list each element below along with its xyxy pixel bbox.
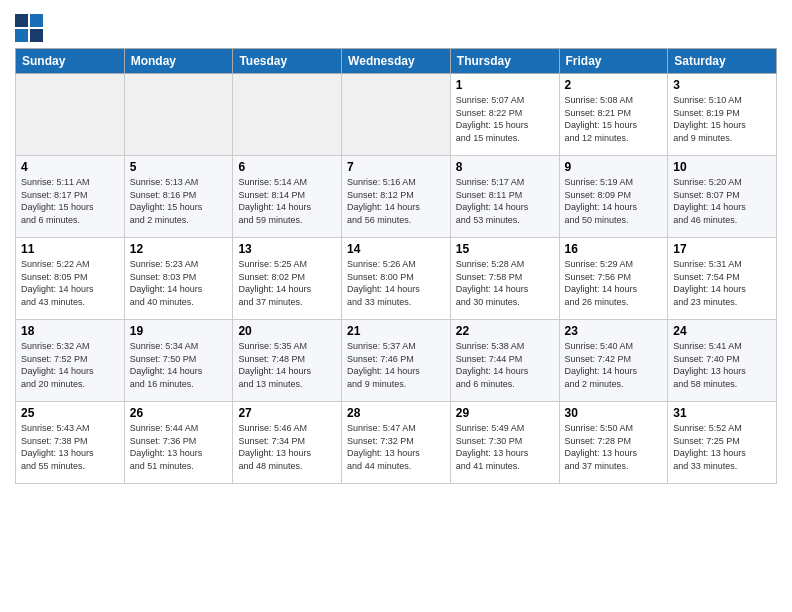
week-row-3: 11Sunrise: 5:22 AM Sunset: 8:05 PM Dayli… — [16, 238, 777, 320]
day-number: 19 — [130, 324, 228, 338]
weekday-header-friday: Friday — [559, 49, 668, 74]
day-cell: 11Sunrise: 5:22 AM Sunset: 8:05 PM Dayli… — [16, 238, 125, 320]
week-row-4: 18Sunrise: 5:32 AM Sunset: 7:52 PM Dayli… — [16, 320, 777, 402]
day-cell: 1Sunrise: 5:07 AM Sunset: 8:22 PM Daylig… — [450, 74, 559, 156]
logo — [15, 14, 46, 42]
day-cell: 16Sunrise: 5:29 AM Sunset: 7:56 PM Dayli… — [559, 238, 668, 320]
day-info: Sunrise: 5:20 AM Sunset: 8:07 PM Dayligh… — [673, 176, 771, 226]
weekday-header-sunday: Sunday — [16, 49, 125, 74]
day-number: 9 — [565, 160, 663, 174]
day-cell: 18Sunrise: 5:32 AM Sunset: 7:52 PM Dayli… — [16, 320, 125, 402]
day-info: Sunrise: 5:25 AM Sunset: 8:02 PM Dayligh… — [238, 258, 336, 308]
day-number: 2 — [565, 78, 663, 92]
week-row-1: 1Sunrise: 5:07 AM Sunset: 8:22 PM Daylig… — [16, 74, 777, 156]
day-info: Sunrise: 5:41 AM Sunset: 7:40 PM Dayligh… — [673, 340, 771, 390]
day-info: Sunrise: 5:17 AM Sunset: 8:11 PM Dayligh… — [456, 176, 554, 226]
svg-rect-2 — [15, 29, 28, 42]
day-info: Sunrise: 5:47 AM Sunset: 7:32 PM Dayligh… — [347, 422, 445, 472]
day-number: 3 — [673, 78, 771, 92]
day-number: 8 — [456, 160, 554, 174]
week-row-2: 4Sunrise: 5:11 AM Sunset: 8:17 PM Daylig… — [16, 156, 777, 238]
day-cell: 25Sunrise: 5:43 AM Sunset: 7:38 PM Dayli… — [16, 402, 125, 484]
day-number: 23 — [565, 324, 663, 338]
week-row-5: 25Sunrise: 5:43 AM Sunset: 7:38 PM Dayli… — [16, 402, 777, 484]
day-cell: 20Sunrise: 5:35 AM Sunset: 7:48 PM Dayli… — [233, 320, 342, 402]
svg-rect-1 — [30, 14, 43, 27]
day-info: Sunrise: 5:11 AM Sunset: 8:17 PM Dayligh… — [21, 176, 119, 226]
day-info: Sunrise: 5:43 AM Sunset: 7:38 PM Dayligh… — [21, 422, 119, 472]
day-cell: 12Sunrise: 5:23 AM Sunset: 8:03 PM Dayli… — [124, 238, 233, 320]
day-number: 11 — [21, 242, 119, 256]
day-number: 15 — [456, 242, 554, 256]
weekday-header-row: SundayMondayTuesdayWednesdayThursdayFrid… — [16, 49, 777, 74]
day-number: 14 — [347, 242, 445, 256]
day-cell — [16, 74, 125, 156]
day-info: Sunrise: 5:50 AM Sunset: 7:28 PM Dayligh… — [565, 422, 663, 472]
day-cell: 9Sunrise: 5:19 AM Sunset: 8:09 PM Daylig… — [559, 156, 668, 238]
day-info: Sunrise: 5:28 AM Sunset: 7:58 PM Dayligh… — [456, 258, 554, 308]
day-info: Sunrise: 5:44 AM Sunset: 7:36 PM Dayligh… — [130, 422, 228, 472]
day-info: Sunrise: 5:29 AM Sunset: 7:56 PM Dayligh… — [565, 258, 663, 308]
page: SundayMondayTuesdayWednesdayThursdayFrid… — [0, 0, 792, 494]
day-number: 16 — [565, 242, 663, 256]
weekday-header-thursday: Thursday — [450, 49, 559, 74]
weekday-header-wednesday: Wednesday — [342, 49, 451, 74]
day-number: 24 — [673, 324, 771, 338]
svg-rect-3 — [30, 29, 43, 42]
day-cell: 27Sunrise: 5:46 AM Sunset: 7:34 PM Dayli… — [233, 402, 342, 484]
day-number: 12 — [130, 242, 228, 256]
day-info: Sunrise: 5:16 AM Sunset: 8:12 PM Dayligh… — [347, 176, 445, 226]
day-info: Sunrise: 5:52 AM Sunset: 7:25 PM Dayligh… — [673, 422, 771, 472]
day-cell: 4Sunrise: 5:11 AM Sunset: 8:17 PM Daylig… — [16, 156, 125, 238]
day-cell — [342, 74, 451, 156]
day-number: 28 — [347, 406, 445, 420]
day-info: Sunrise: 5:31 AM Sunset: 7:54 PM Dayligh… — [673, 258, 771, 308]
day-cell: 15Sunrise: 5:28 AM Sunset: 7:58 PM Dayli… — [450, 238, 559, 320]
day-number: 10 — [673, 160, 771, 174]
weekday-header-monday: Monday — [124, 49, 233, 74]
day-info: Sunrise: 5:14 AM Sunset: 8:14 PM Dayligh… — [238, 176, 336, 226]
day-number: 31 — [673, 406, 771, 420]
day-cell — [124, 74, 233, 156]
day-info: Sunrise: 5:19 AM Sunset: 8:09 PM Dayligh… — [565, 176, 663, 226]
day-number: 1 — [456, 78, 554, 92]
day-info: Sunrise: 5:49 AM Sunset: 7:30 PM Dayligh… — [456, 422, 554, 472]
day-cell: 21Sunrise: 5:37 AM Sunset: 7:46 PM Dayli… — [342, 320, 451, 402]
day-cell: 26Sunrise: 5:44 AM Sunset: 7:36 PM Dayli… — [124, 402, 233, 484]
day-info: Sunrise: 5:26 AM Sunset: 8:00 PM Dayligh… — [347, 258, 445, 308]
day-info: Sunrise: 5:23 AM Sunset: 8:03 PM Dayligh… — [130, 258, 228, 308]
day-info: Sunrise: 5:34 AM Sunset: 7:50 PM Dayligh… — [130, 340, 228, 390]
weekday-header-tuesday: Tuesday — [233, 49, 342, 74]
day-cell: 6Sunrise: 5:14 AM Sunset: 8:14 PM Daylig… — [233, 156, 342, 238]
day-cell: 28Sunrise: 5:47 AM Sunset: 7:32 PM Dayli… — [342, 402, 451, 484]
calendar-table: SundayMondayTuesdayWednesdayThursdayFrid… — [15, 48, 777, 484]
day-info: Sunrise: 5:32 AM Sunset: 7:52 PM Dayligh… — [21, 340, 119, 390]
svg-rect-0 — [15, 14, 28, 27]
day-cell: 14Sunrise: 5:26 AM Sunset: 8:00 PM Dayli… — [342, 238, 451, 320]
day-number: 18 — [21, 324, 119, 338]
day-info: Sunrise: 5:38 AM Sunset: 7:44 PM Dayligh… — [456, 340, 554, 390]
day-info: Sunrise: 5:37 AM Sunset: 7:46 PM Dayligh… — [347, 340, 445, 390]
day-number: 7 — [347, 160, 445, 174]
day-cell — [233, 74, 342, 156]
day-info: Sunrise: 5:22 AM Sunset: 8:05 PM Dayligh… — [21, 258, 119, 308]
day-cell: 17Sunrise: 5:31 AM Sunset: 7:54 PM Dayli… — [668, 238, 777, 320]
day-cell: 22Sunrise: 5:38 AM Sunset: 7:44 PM Dayli… — [450, 320, 559, 402]
day-number: 6 — [238, 160, 336, 174]
day-cell: 2Sunrise: 5:08 AM Sunset: 8:21 PM Daylig… — [559, 74, 668, 156]
day-cell: 19Sunrise: 5:34 AM Sunset: 7:50 PM Dayli… — [124, 320, 233, 402]
day-cell: 29Sunrise: 5:49 AM Sunset: 7:30 PM Dayli… — [450, 402, 559, 484]
day-cell: 8Sunrise: 5:17 AM Sunset: 8:11 PM Daylig… — [450, 156, 559, 238]
day-number: 20 — [238, 324, 336, 338]
day-cell: 13Sunrise: 5:25 AM Sunset: 8:02 PM Dayli… — [233, 238, 342, 320]
day-cell: 30Sunrise: 5:50 AM Sunset: 7:28 PM Dayli… — [559, 402, 668, 484]
day-number: 13 — [238, 242, 336, 256]
day-number: 17 — [673, 242, 771, 256]
day-number: 4 — [21, 160, 119, 174]
day-number: 21 — [347, 324, 445, 338]
day-number: 27 — [238, 406, 336, 420]
day-info: Sunrise: 5:07 AM Sunset: 8:22 PM Dayligh… — [456, 94, 554, 144]
day-cell: 23Sunrise: 5:40 AM Sunset: 7:42 PM Dayli… — [559, 320, 668, 402]
day-cell: 7Sunrise: 5:16 AM Sunset: 8:12 PM Daylig… — [342, 156, 451, 238]
day-cell: 24Sunrise: 5:41 AM Sunset: 7:40 PM Dayli… — [668, 320, 777, 402]
